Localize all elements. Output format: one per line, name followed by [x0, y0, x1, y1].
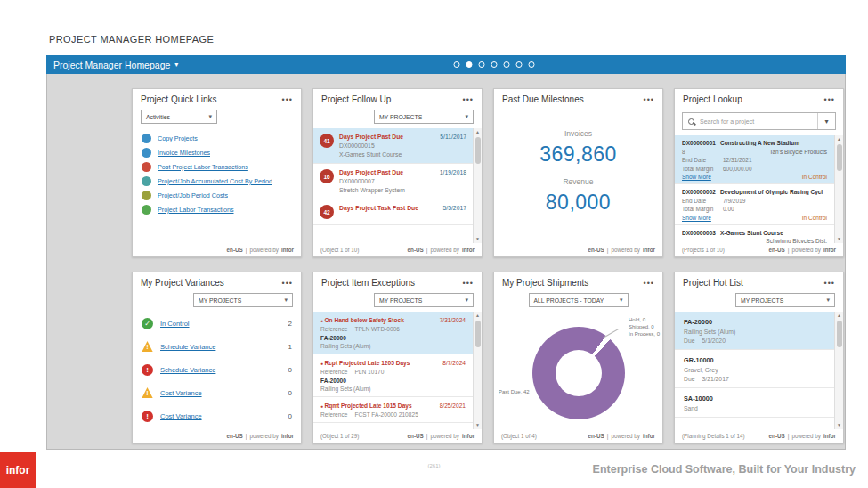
- quick-link-label: Post Project Labor Transactions: [158, 163, 248, 171]
- scroll-up-icon[interactable]: ▲: [475, 313, 480, 319]
- scrollbar-thumb[interactable]: [475, 137, 481, 164]
- follow-up-item[interactable]: 42 Days Project Task Past Due 5/5/2017: [313, 199, 473, 225]
- separator: |: [607, 247, 609, 253]
- scroll-up-icon[interactable]: ▲: [475, 129, 480, 135]
- scroll-down-icon[interactable]: ▼: [837, 422, 841, 428]
- quick-link-copy-projects[interactable]: Copy Projects: [142, 131, 292, 145]
- locale-branding: en-US | powered by infor: [769, 247, 836, 253]
- carousel-dot-active[interactable]: [466, 61, 472, 68]
- lookup-result[interactable]: DX00000002 Development of Olympic Racing…: [675, 184, 834, 225]
- quick-link-accumulated-cost[interactable]: Project/Job Accumulated Cost By Period: [142, 174, 292, 188]
- follow-up-item[interactable]: 16 Days Project Past Due DX00000007 Stre…: [313, 164, 473, 199]
- variance-link[interactable]: In Control: [160, 320, 281, 328]
- in-control-check-icon: ✓: [142, 318, 153, 329]
- infor-brand-label: infor: [462, 247, 475, 253]
- quick-link-post-project-labor[interactable]: Post Project Labor Transactions: [142, 159, 292, 174]
- item-code: FA-20000: [684, 318, 825, 326]
- exception-date: 8/7/2024: [439, 360, 466, 366]
- card-menu-button[interactable]: •••: [463, 279, 474, 288]
- card-menu-button[interactable]: •••: [463, 95, 474, 104]
- reference-value: TPLN WTD-0006: [354, 326, 400, 332]
- project-filter-select[interactable]: MY PROJECTS ▾: [735, 293, 835, 307]
- scroll-up-icon[interactable]: ▲: [837, 136, 841, 142]
- project-filter-select[interactable]: MY PROJECTS ▾: [374, 110, 474, 124]
- quick-link-period-costs[interactable]: Project/Job Period Costs: [142, 188, 292, 202]
- card-menu-button[interactable]: •••: [282, 95, 293, 104]
- lookup-result[interactable]: DX00000001 Constructing A New Stadium 8 …: [675, 135, 834, 184]
- hot-list-item[interactable]: GR-10000 Gravel, Grey Due 3/21/2017: [675, 350, 834, 388]
- post-labor-icon: [142, 162, 151, 172]
- carousel-dot[interactable]: [453, 61, 459, 68]
- scrollbar[interactable]: ▲ ▼: [834, 135, 843, 243]
- lookup-result[interactable]: DX00000003 X-Games Stunt Course Schwinng…: [675, 225, 834, 244]
- quick-link-invoice-milestones[interactable]: Invoice Milestones: [142, 145, 292, 159]
- variance-link[interactable]: Cost Variance: [160, 412, 281, 420]
- project-search-input[interactable]: [700, 118, 817, 125]
- days-past-due-badge: 16: [320, 169, 334, 183]
- card-menu-button[interactable]: •••: [644, 95, 654, 104]
- card-project-follow-up: Project Follow Up ••• MY PROJECTS ▾ 41 D…: [312, 88, 483, 257]
- card-project-lookup: Project Lookup ••• ▾ DX00000001 Construc…: [674, 88, 844, 257]
- show-more-link[interactable]: Show More: [682, 174, 711, 180]
- scrollbar-thumb[interactable]: [837, 144, 842, 171]
- card-menu-button[interactable]: •••: [824, 279, 835, 288]
- revenue-metric-value[interactable]: 80,000: [494, 191, 662, 215]
- carousel-dot[interactable]: [528, 61, 534, 68]
- status-badge: In Control: [802, 215, 827, 221]
- hot-list-item[interactable]: FA-20000 Railing Sets (Alum) Due 5/1/202…: [675, 312, 834, 350]
- show-more-link[interactable]: Show More: [682, 215, 711, 221]
- quick-link-labor-transactions[interactable]: Project Labor Transactions: [142, 202, 292, 216]
- filter-label: Activities: [146, 114, 170, 120]
- scroll-down-icon[interactable]: ▼: [837, 236, 841, 242]
- scrollbar[interactable]: ▲ ▼: [473, 312, 482, 429]
- search-dropdown-button[interactable]: ▾: [817, 113, 835, 129]
- error-circle-icon: !: [142, 411, 153, 422]
- widget-grid: Project Quick Links ••• Activities ▾ Cop…: [132, 88, 844, 443]
- carousel-dot[interactable]: [478, 61, 484, 68]
- scrollbar[interactable]: ▲ ▼: [834, 312, 843, 429]
- item-code: GR-10000: [684, 356, 825, 364]
- hot-list-item[interactable]: SA-10000 Sand: [675, 388, 834, 418]
- exception-item[interactable]: Rqmt Projected Late 1015 Days 8/25/2021 …: [313, 397, 473, 423]
- scrollbar-thumb[interactable]: [475, 321, 481, 347]
- separator: |: [426, 247, 428, 253]
- variance-link[interactable]: Schedule Variance: [160, 343, 281, 351]
- activities-filter-select[interactable]: Activities ▾: [141, 110, 217, 124]
- shipments-filter-select[interactable]: ALL PROJECTS - TODAY ▾: [529, 293, 629, 307]
- quick-link-label: Project/Job Accumulated Cost By Period: [158, 177, 272, 185]
- carousel-dot[interactable]: [503, 61, 509, 68]
- carousel-dot[interactable]: [491, 61, 497, 68]
- exception-item[interactable]: On Hand below Safety Stock 7/31/2024 Ref…: [313, 312, 473, 354]
- scroll-down-icon[interactable]: ▼: [475, 422, 480, 428]
- scrollbar[interactable]: ▲ ▼: [473, 128, 482, 243]
- infor-brand-label: infor: [643, 247, 655, 253]
- scroll-up-icon[interactable]: ▲: [837, 313, 841, 319]
- exception-item[interactable]: Rcpt Projected Late 1205 Days 8/7/2024 R…: [313, 354, 473, 397]
- scrollbar-thumb[interactable]: [837, 321, 842, 347]
- variance-link[interactable]: Cost Variance: [160, 389, 281, 397]
- scroll-down-icon[interactable]: ▼: [475, 236, 480, 242]
- project-filter-select[interactable]: MY PROJECTS ▾: [193, 293, 293, 307]
- card-menu-button[interactable]: •••: [644, 279, 654, 288]
- infor-brand-label: infor: [823, 433, 836, 439]
- chevron-down-icon: ▾: [826, 297, 830, 304]
- invoices-metric-value[interactable]: 369,860: [494, 142, 662, 167]
- card-menu-button[interactable]: •••: [824, 95, 835, 104]
- item-code: SA-10000: [684, 394, 825, 403]
- card-menu-button[interactable]: •••: [282, 279, 293, 288]
- shipments-donut-chart[interactable]: [532, 327, 625, 419]
- carousel-dot[interactable]: [515, 61, 522, 68]
- alert-text: Days Project Task Past Due: [339, 205, 438, 211]
- accumulated-cost-icon: [142, 176, 151, 186]
- follow-up-item[interactable]: 41 Days Project Past Due DX00000015 X-Ga…: [313, 128, 473, 164]
- detail-value: 8: [682, 149, 685, 155]
- homepage-switcher[interactable]: Project Manager Homepage ▾: [46, 60, 178, 70]
- filter-label: MY PROJECTS: [199, 297, 241, 304]
- project-filter-select[interactable]: MY PROJECTS ▾: [374, 293, 474, 307]
- project-id: DX00000003: [682, 230, 716, 236]
- item-desc: Railing Sets (Alum): [684, 329, 825, 335]
- object-count: (Object 1 of 29): [320, 433, 359, 439]
- variance-link[interactable]: Schedule Variance: [160, 366, 281, 374]
- infor-brand-label: infor: [643, 433, 655, 439]
- item-desc: Railing Sets (Alum): [320, 386, 466, 392]
